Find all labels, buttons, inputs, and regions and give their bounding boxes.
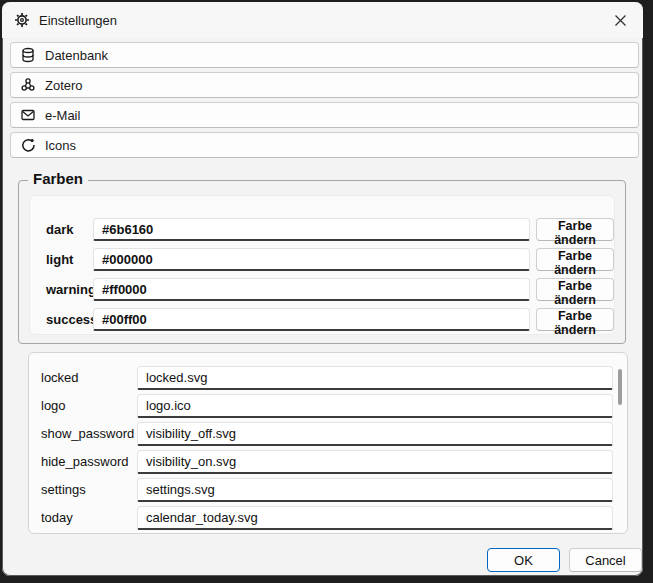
change-color-button-success[interactable]: Farbe ändern xyxy=(536,308,614,331)
icon-label-show-password: show_password xyxy=(41,422,134,446)
section-email[interactable]: e-Mail xyxy=(10,102,639,128)
section-label: Datenbank xyxy=(45,48,108,63)
color-label-success: success xyxy=(46,308,92,331)
close-button[interactable] xyxy=(603,7,637,33)
color-input-light[interactable] xyxy=(93,248,530,271)
window-title: Einstellungen xyxy=(39,13,117,28)
icon-label-settings: settings xyxy=(41,478,86,502)
color-input-success[interactable] xyxy=(93,308,530,331)
icon-input-locked[interactable] xyxy=(137,366,613,390)
section-label: Zotero xyxy=(45,78,83,93)
section-zotero[interactable]: Zotero xyxy=(10,72,639,98)
settings-dialog: Einstellungen Datenbank xyxy=(2,2,643,576)
section-datenbank[interactable]: Datenbank xyxy=(10,42,639,68)
color-input-warning[interactable] xyxy=(93,278,530,301)
farben-groupbox: Farben dark Farbe ändern light Farbe änd… xyxy=(18,180,626,344)
icon-label-logo: logo xyxy=(41,394,66,418)
icon-label-locked: locked xyxy=(41,366,79,390)
icon-input-hide-password[interactable] xyxy=(137,450,613,474)
close-icon xyxy=(615,15,626,26)
section-label: Icons xyxy=(45,138,76,153)
icon-label-hide-password: hide_password xyxy=(41,450,128,474)
icon-files-panel: locked logo show_password hide_password … xyxy=(28,352,628,534)
vertical-scrollbar[interactable] xyxy=(618,369,622,405)
icon-input-settings[interactable] xyxy=(137,478,613,502)
screen-backdrop: Einstellungen Datenbank xyxy=(0,0,653,583)
color-label-dark: dark xyxy=(46,218,92,241)
database-icon xyxy=(20,47,36,63)
mail-icon xyxy=(20,107,36,123)
color-input-dark[interactable] xyxy=(93,218,530,241)
cancel-button[interactable]: Cancel xyxy=(569,548,642,572)
titlebar: Einstellungen xyxy=(2,2,643,38)
farben-title: Farben xyxy=(28,170,88,187)
section-icons[interactable]: Icons xyxy=(10,132,639,158)
color-label-warning: warning xyxy=(46,278,92,301)
change-color-button-warning[interactable]: Farbe ändern xyxy=(536,278,614,301)
icon-input-today[interactable] xyxy=(137,506,613,530)
section-label: e-Mail xyxy=(45,108,80,123)
refresh-icon xyxy=(20,137,36,153)
color-label-light: light xyxy=(46,248,92,271)
ok-button[interactable]: OK xyxy=(487,548,560,572)
icon-input-show-password[interactable] xyxy=(137,422,613,446)
zotero-icon xyxy=(20,77,36,93)
gear-icon xyxy=(14,12,30,28)
icon-input-logo[interactable] xyxy=(137,394,613,418)
change-color-button-dark[interactable]: Farbe ändern xyxy=(536,218,614,241)
change-color-button-light[interactable]: Farbe ändern xyxy=(536,248,614,271)
farben-panel: dark Farbe ändern light Farbe ändern war… xyxy=(29,195,615,335)
icon-label-today: today xyxy=(41,506,73,530)
